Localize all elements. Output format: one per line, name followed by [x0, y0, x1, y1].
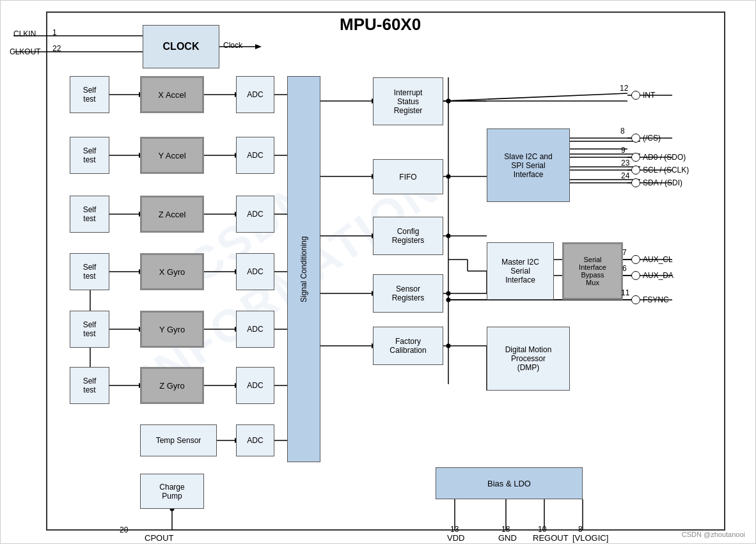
self-test-xgyro-block: Selftest — [70, 253, 109, 290]
credit-label: CSDN @zhoutanooi — [682, 531, 745, 538]
sda-circle — [631, 178, 640, 187]
svg-marker-4 — [255, 44, 262, 49]
int-num: 12 — [620, 84, 628, 93]
pin22-label: 22 — [52, 44, 61, 53]
svg-point-61 — [446, 175, 451, 179]
y-accel-block: Y Accel — [140, 137, 204, 174]
fsync-num: 11 — [621, 288, 629, 297]
z-accel-block: Z Accel — [140, 196, 204, 233]
adc-temp-block: ADC — [236, 424, 274, 456]
regout-label: REGOUT — [533, 533, 569, 543]
svg-point-90 — [446, 298, 451, 302]
int-circle — [631, 91, 640, 100]
fifo-block: FIFO — [373, 159, 443, 194]
fsync-circle — [631, 295, 640, 304]
sda-num: 24 — [621, 171, 629, 180]
clock-arrow-label: Clock — [223, 41, 242, 50]
serial-bypass-block: SerialInterfaceBypassMux — [562, 242, 623, 300]
ics-num: 8 — [620, 127, 625, 136]
aux-cl-circle — [631, 255, 640, 264]
adc-yaccel-block: ADC — [236, 137, 274, 174]
ad0-num: 9 — [621, 146, 626, 155]
aux-cl-num: 7 — [622, 248, 627, 257]
ad0-circle — [631, 153, 640, 162]
clkin-label: CLKIN — [13, 29, 36, 38]
scl-num: 23 — [621, 159, 629, 167]
int-label: INT — [643, 91, 655, 100]
adc-ygyro-block: ADC — [236, 311, 274, 348]
scl-circle — [631, 166, 640, 175]
interrupt-status-block: InterruptStatusRegister — [373, 77, 443, 125]
z-gyro-block: Z Gyro — [140, 367, 204, 404]
factory-calibration-block: FactoryCalibration — [373, 327, 443, 365]
self-test-xaccel-block: Selftest — [70, 76, 109, 113]
self-test-yaccel-block: Selftest — [70, 137, 109, 174]
cpout-label: CPOUT — [145, 533, 174, 543]
ics-circle — [631, 134, 640, 143]
svg-point-65 — [446, 291, 451, 296]
svg-line-69 — [443, 101, 487, 165]
temp-sensor-block: Temp Sensor — [140, 424, 217, 456]
clock-block: CLOCK — [143, 25, 219, 68]
gnd-label: GND — [498, 533, 517, 543]
aux-da-circle — [631, 271, 640, 280]
self-test-ygyro-block: Selftest — [70, 311, 109, 348]
cpout-num: 20 — [120, 525, 128, 534]
config-registers-block: ConfigRegisters — [373, 217, 443, 255]
self-test-zgyro-block: Selftest — [70, 367, 109, 404]
adc-xaccel-block: ADC — [236, 76, 274, 113]
clkout-label: CLKOUT — [10, 47, 41, 56]
svg-point-59 — [446, 99, 451, 104]
gnd-num: 18 — [501, 525, 510, 534]
pin1-label: 1 — [52, 28, 57, 37]
sensor-registers-block: SensorRegisters — [373, 274, 443, 313]
x-gyro-block: X Gyro — [140, 253, 204, 290]
charge-pump-block: ChargePump — [140, 474, 204, 509]
ics-label: (/CS) — [643, 134, 661, 143]
adc-xgyro-block: ADC — [236, 253, 274, 290]
adc-zaccel-block: ADC — [236, 196, 274, 233]
self-test-zaccel-block: Selftest — [70, 196, 109, 233]
vlogic-label: [VLOGIC] — [572, 533, 608, 543]
dmp-block: Digital MotionProcessor(DMP) — [487, 327, 570, 391]
adc-zgyro-block: ADC — [236, 367, 274, 404]
vdd-label: VDD — [447, 533, 464, 543]
x-accel-block: X Accel — [140, 76, 204, 113]
diagram-title: MPU-60X0 — [340, 15, 421, 35]
ad0-label: AD0 / (SDO) — [643, 153, 686, 162]
fsync-label: FSYNC — [643, 295, 669, 304]
y-gyro-block: Y Gyro — [140, 311, 204, 348]
vdd-num: 13 — [450, 525, 459, 534]
aux-da-num: 6 — [622, 264, 627, 273]
sda-label: SDA / (SDI) — [643, 178, 682, 187]
svg-point-96 — [446, 99, 451, 104]
aux-cl-label: AUX_CL — [643, 255, 673, 264]
bias-ldo-block: Bias & LDO — [436, 467, 583, 499]
vlogic-num: 8 — [578, 525, 583, 534]
svg-line-95 — [443, 93, 627, 101]
slave-i2c-block: Slave I2C andSPI SerialInterface — [487, 128, 570, 202]
master-i2c-block: Master I2CSerialInterface — [487, 242, 554, 300]
svg-point-67 — [446, 344, 451, 348]
scl-label: SCL / (SCLK) — [643, 166, 689, 175]
aux-da-label: AUX_DA — [643, 271, 673, 280]
signal-conditioning-block: Signal Conditioning — [287, 76, 320, 462]
regout-num: 10 — [538, 525, 546, 534]
diagram-container: CSDN INFORMATION MPU-60X0 — [0, 0, 756, 544]
svg-point-63 — [446, 234, 451, 238]
